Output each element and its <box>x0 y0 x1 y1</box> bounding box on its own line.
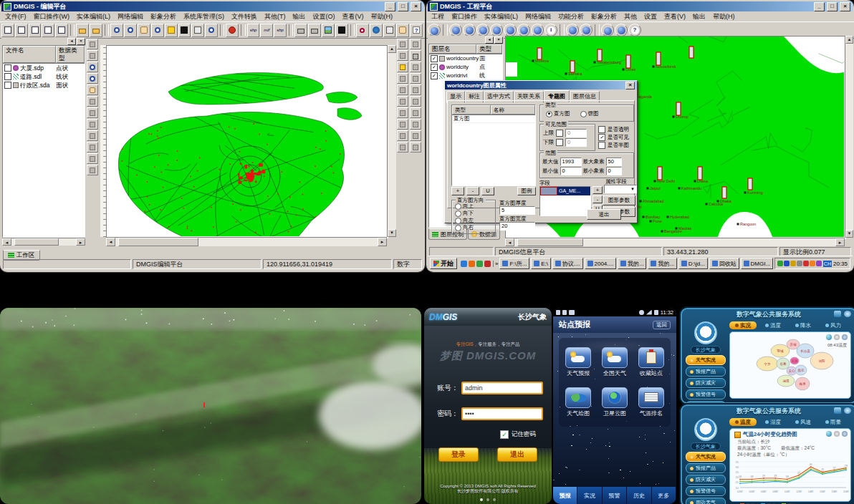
column-layername[interactable]: 图层名 <box>429 44 476 54</box>
chart-tab[interactable]: 风速 <box>790 418 817 426</box>
menu-item[interactable]: 帮助(H) <box>368 12 397 21</box>
shp-export-icon[interactable]: shp <box>247 24 260 37</box>
close-icon[interactable] <box>840 2 850 11</box>
run-icon[interactable] <box>566 24 579 37</box>
minimize-icon[interactable] <box>814 2 825 11</box>
print-2-icon[interactable] <box>308 24 321 37</box>
option-checkbox[interactable]: 是否透明 <box>598 125 629 133</box>
usb-tray-icon[interactable] <box>816 261 822 266</box>
next-icon[interactable] <box>397 96 408 107</box>
zoom-fit-icon[interactable] <box>490 24 503 37</box>
sidebar-menu-item[interactable]: 预警信号 <box>686 486 726 496</box>
zoom-sel-icon[interactable] <box>205 24 218 37</box>
app-shortcut[interactable]: 天气绘图 <box>560 382 597 422</box>
app-shortcut[interactable]: 全国天气 <box>597 342 633 382</box>
type-radio-pie[interactable]: 饼图 <box>580 110 599 117</box>
app-shortcut[interactable]: 收藏站点 <box>633 342 669 382</box>
menu-item[interactable]: 窗口操作 <box>448 12 481 21</box>
scroll-down-icon[interactable]: ▼ <box>388 229 396 237</box>
file-checkbox[interactable] <box>4 64 11 72</box>
taskbar-button[interactable]: F:\所... <box>499 258 529 269</box>
stat-icon[interactable] <box>410 73 421 84</box>
print-icon[interactable] <box>601 24 614 37</box>
overlay-icon[interactable] <box>178 24 191 37</box>
taskbar-button[interactable]: 2004.... <box>585 258 616 269</box>
target-icon[interactable] <box>356 24 369 37</box>
nav-tab[interactable]: 预报 <box>553 487 577 504</box>
direction-radio[interactable]: 向下 <box>455 210 495 217</box>
taskbar-button[interactable]: 协议.... <box>552 258 583 269</box>
pointer-icon[interactable] <box>449 24 462 37</box>
attr-field-select[interactable]: ▼ <box>604 185 637 193</box>
sidebar-menu-item[interactable]: 预报产品 <box>686 463 726 473</box>
panel-collapse-icon[interactable]: ◂ <box>485 37 494 44</box>
map-tab[interactable]: 风力 <box>820 321 847 329</box>
chart-tab[interactable]: 湿度 <box>759 418 787 426</box>
dialog-close-icon[interactable] <box>625 82 635 89</box>
direction-radio[interactable]: 向右 <box>455 224 495 231</box>
image-icon[interactable] <box>476 261 483 267</box>
width-input[interactable]: 20 <box>499 222 535 231</box>
mif-export-icon[interactable]: mif <box>260 24 273 37</box>
option-checkbox[interactable]: 是否可见 <box>598 133 629 141</box>
nav-tab[interactable]: 更多 <box>652 487 676 504</box>
quick-launch-more[interactable]: » <box>495 261 498 267</box>
map-canvas[interactable] <box>106 45 388 238</box>
globe-icon[interactable] <box>370 24 383 37</box>
scroll-up-icon[interactable]: ▲ <box>845 36 853 44</box>
zoom-in-icon[interactable] <box>110 24 123 37</box>
nav-tab[interactable]: 预警 <box>603 487 627 504</box>
menu-item[interactable]: 设置 <box>640 12 661 21</box>
layer-row[interactable]: worldcity 点 <box>429 63 502 72</box>
add-point-icon[interactable] <box>87 107 98 118</box>
msg-tray-icon[interactable] <box>810 261 815 266</box>
field-button[interactable]: - <box>592 195 603 203</box>
scale-icon[interactable] <box>397 119 408 130</box>
menu-item[interactable]: 工程 <box>428 12 448 21</box>
menu-item[interactable]: 设置(O) <box>310 12 339 21</box>
nav-tab[interactable]: 实况 <box>577 487 602 504</box>
add-line-icon[interactable] <box>87 119 98 130</box>
taskbar-button[interactable]: 我的... <box>618 258 646 269</box>
terrain-3d-view[interactable] <box>0 308 421 504</box>
app-icon[interactable] <box>602 347 628 368</box>
measure-icon[interactable] <box>191 24 204 37</box>
snap-icon[interactable] <box>87 165 98 175</box>
rotate-icon[interactable] <box>87 153 98 164</box>
account-input[interactable] <box>461 382 543 394</box>
undo-icon[interactable] <box>410 107 421 118</box>
menu-item[interactable]: 窗口操作(W) <box>30 12 74 21</box>
theme-row[interactable]: 直方图 <box>452 115 535 123</box>
file-checkbox[interactable] <box>4 82 11 89</box>
theme-list[interactable]: 类型 名称 直方图 <box>451 105 536 186</box>
scroll-left-icon[interactable]: ◄ <box>2 238 11 246</box>
layer-icon[interactable] <box>397 142 408 152</box>
pan-hand-icon[interactable] <box>396 24 409 37</box>
help-icon[interactable]: ? <box>410 24 423 37</box>
layer-checkbox[interactable] <box>431 55 438 62</box>
legend-button[interactable]: 图例 <box>517 187 536 195</box>
info-icon[interactable]: i <box>544 24 557 37</box>
start-button[interactable]: 开始 <box>430 258 457 269</box>
panel-collapse-icon[interactable]: ◂ <box>67 38 76 45</box>
menu-item[interactable]: 文件(F) <box>1 12 30 21</box>
zoom-in-icon[interactable] <box>463 24 476 37</box>
sidebar-menu-item[interactable]: 周边天气 <box>686 401 726 404</box>
lock-icon[interactable] <box>410 130 421 141</box>
screen-tray-icon[interactable] <box>784 261 790 266</box>
net-tray-icon[interactable] <box>790 261 796 266</box>
thickness-input[interactable]: 5 <box>499 206 535 215</box>
zoom-out-icon[interactable] <box>476 24 489 37</box>
back-button[interactable]: 返回 <box>653 321 671 329</box>
clear-icon[interactable] <box>397 73 408 84</box>
menu-item[interactable]: 查看(V) <box>339 12 368 21</box>
close-icon[interactable] <box>411 2 421 11</box>
info-icon[interactable] <box>844 407 851 414</box>
paste-icon[interactable] <box>410 96 421 107</box>
login-button[interactable]: 登录 <box>438 447 479 462</box>
map-vscroll[interactable]: ▲ ▼ <box>387 45 396 237</box>
editor-titlebar[interactable]: DMGIS - 编辑平台 <box>1 1 423 11</box>
zoom-out-icon[interactable] <box>124 24 137 37</box>
menu-item[interactable]: 帮助(H) <box>709 12 739 21</box>
flash-icon[interactable] <box>165 24 178 37</box>
